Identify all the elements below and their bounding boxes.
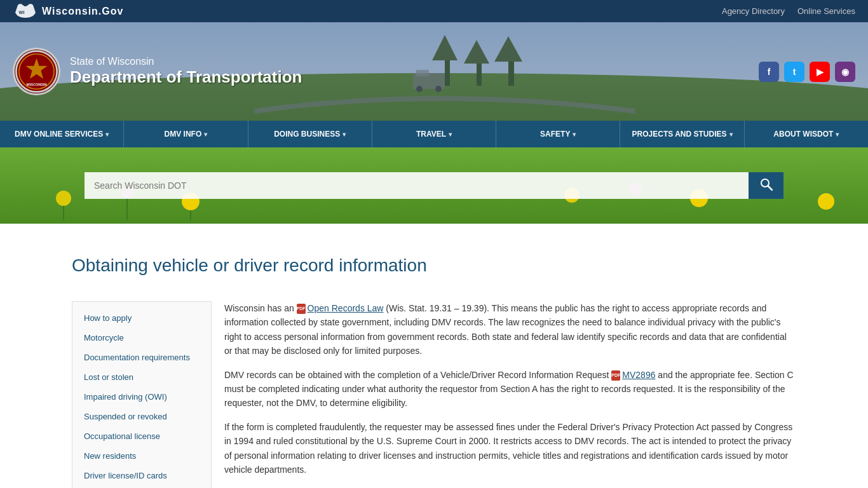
podcast-icon[interactable]: ◉ xyxy=(835,62,855,82)
content-area: How to apply Motorcycle Documentation re… xyxy=(59,288,809,488)
nav-item-doing-business: DOING BUSINESS ▾ xyxy=(248,121,372,147)
nav-link-projects[interactable]: PROJECTS AND STUDIES ▾ xyxy=(620,121,743,147)
social-icons: f t ▶ ◉ xyxy=(759,62,855,82)
sidebar-item-new-residents: New residents xyxy=(72,446,211,466)
state-label: State of Wisconsin xyxy=(70,56,302,67)
hero-section xyxy=(0,147,868,224)
nav-link-dmv-online[interactable]: DMV ONLINE SERVICES ▾ xyxy=(0,121,123,147)
wisconsin-gov-text: Wisconsin.Gov xyxy=(42,6,123,17)
sidebar-link-how-to-apply[interactable]: How to apply xyxy=(72,308,211,328)
nav-arrow-doing-business: ▾ xyxy=(342,131,346,138)
search-bar xyxy=(85,172,783,199)
sidebar-link-driver-license[interactable]: Driver license/ID cards xyxy=(72,466,211,485)
facebook-icon[interactable]: f xyxy=(759,62,779,82)
content-para1: Wisconsin has an PDFOpen Records Law (Wi… xyxy=(224,301,796,358)
mv2896-pdf-icon: PDF xyxy=(611,370,620,381)
nav-item-dmv-online: DMV ONLINE SERVICES ▾ xyxy=(0,121,124,147)
nav-item-projects: PROJECTS AND STUDIES ▾ xyxy=(620,121,744,147)
main-content: Wisconsin has an PDFOpen Records Law (Wi… xyxy=(224,301,796,488)
header-content: WISCONSIN State of Wisconsin Department … xyxy=(0,22,868,121)
sidebar-item-impaired: Impaired driving (OWI) xyxy=(72,387,211,407)
youtube-icon[interactable]: ▶ xyxy=(810,62,830,82)
search-icon xyxy=(760,178,773,194)
top-bar-links: Agency Directory Online Services xyxy=(722,6,855,16)
sidebar-link-new-residents[interactable]: New residents xyxy=(72,446,211,466)
sidebar-link-suspended[interactable]: Suspended or revoked xyxy=(72,407,211,426)
nav-arrow-about: ▾ xyxy=(836,131,839,138)
search-button[interactable] xyxy=(749,172,783,199)
sidebar-link-lost-stolen[interactable]: Lost or stolen xyxy=(72,367,211,387)
dot-seal: WISCONSIN xyxy=(13,48,60,95)
nav-arrow-dmv-info: ▾ xyxy=(204,131,207,138)
twitter-icon[interactable]: t xyxy=(784,62,804,82)
svg-point-18 xyxy=(56,191,71,206)
online-services-link[interactable]: Online Services xyxy=(797,6,855,16)
content-para3: If the form is completed fraudulently, t… xyxy=(224,420,796,477)
page-title-area: Obtaining vehicle or driver record infor… xyxy=(59,224,809,288)
open-records-pdf-icon: PDF xyxy=(297,304,306,314)
sidebar-item-documentation: Documentation requirements xyxy=(72,348,211,367)
nav-arrow-dmv-online: ▾ xyxy=(105,131,109,138)
nav-arrow-safety: ▾ xyxy=(573,131,576,138)
sidebar: How to apply Motorcycle Documentation re… xyxy=(72,301,212,488)
nav-item-dmv-info: DMV INFO ▾ xyxy=(124,121,248,147)
nav-list: DMV ONLINE SERVICES ▾ DMV INFO ▾ DOING B… xyxy=(0,121,868,147)
sidebar-item-occupational: Occupational license xyxy=(72,426,211,446)
nav-link-safety[interactable]: SAFETY ▾ xyxy=(496,121,620,147)
wisconsin-gov-logo[interactable]: WI Wisconsin.Gov xyxy=(13,3,123,20)
agency-text: State of Wisconsin Department of Transpo… xyxy=(70,56,302,87)
svg-text:WI: WI xyxy=(19,9,25,15)
sidebar-item-driver-license: Driver license/ID cards xyxy=(72,466,211,485)
nav-arrow-travel: ▾ xyxy=(449,131,452,138)
nav-arrow-projects: ▾ xyxy=(729,131,733,138)
top-bar: WI Wisconsin.Gov Agency Directory Online… xyxy=(0,0,868,22)
open-records-link[interactable]: Open Records Law xyxy=(308,303,384,313)
nav-item-safety: SAFETY ▾ xyxy=(496,121,620,147)
sidebar-link-occupational[interactable]: Occupational license xyxy=(72,426,211,446)
main-navigation: DMV ONLINE SERVICES ▾ DMV INFO ▾ DOING B… xyxy=(0,121,868,147)
sidebar-item-suspended: Suspended or revoked xyxy=(72,407,211,426)
svg-text:WISCONSIN: WISCONSIN xyxy=(27,83,47,86)
agency-name: Department of Transportation xyxy=(70,67,302,87)
sidebar-item-commercial: Commercial license xyxy=(72,485,211,488)
svg-line-30 xyxy=(768,186,772,190)
nav-item-about: ABOUT WISDOT ▾ xyxy=(745,121,868,147)
wi-logo-svg: WI xyxy=(13,3,38,20)
sidebar-link-commercial[interactable]: Commercial license xyxy=(72,485,211,488)
sidebar-box: How to apply Motorcycle Documentation re… xyxy=(72,301,212,488)
sidebar-item-how-to-apply: How to apply xyxy=(72,308,211,328)
sidebar-list: How to apply Motorcycle Documentation re… xyxy=(72,308,211,488)
agency-directory-link[interactable]: Agency Directory xyxy=(722,6,785,16)
agency-logo: WISCONSIN State of Wisconsin Department … xyxy=(13,48,302,95)
page-title: Obtaining vehicle or driver record infor… xyxy=(72,240,796,282)
sidebar-link-documentation[interactable]: Documentation requirements xyxy=(72,348,211,367)
sidebar-item-lost-stolen: Lost or stolen xyxy=(72,367,211,387)
sidebar-link-impaired[interactable]: Impaired driving (OWI) xyxy=(72,387,211,407)
nav-link-doing-business[interactable]: DOING BUSINESS ▾ xyxy=(248,121,372,147)
content-para2: DMV records can be obtained with the com… xyxy=(224,368,796,410)
sidebar-link-motorcycle[interactable]: Motorcycle xyxy=(72,328,211,348)
sidebar-item-motorcycle: Motorcycle xyxy=(72,328,211,348)
nav-link-about[interactable]: ABOUT WISDOT ▾ xyxy=(745,121,868,147)
svg-point-25 xyxy=(818,193,834,210)
mv2896-link[interactable]: MV2896 xyxy=(622,370,655,380)
search-input[interactable] xyxy=(85,172,749,199)
nav-link-travel[interactable]: TRAVEL ▾ xyxy=(372,121,496,147)
nav-item-travel: TRAVEL ▾ xyxy=(372,121,496,147)
nav-link-dmv-info[interactable]: DMV INFO ▾ xyxy=(124,121,247,147)
site-header: WISCONSIN State of Wisconsin Department … xyxy=(0,22,868,121)
